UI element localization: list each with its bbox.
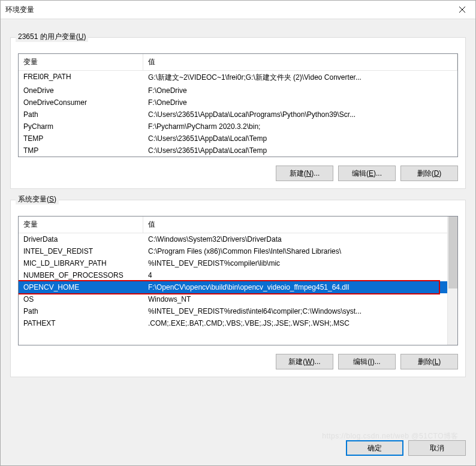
cell-value: %INTEL_DEV_REDIST%redist\intel64\compile… (143, 305, 447, 317)
table-row[interactable]: OPENCV_HOMEF:\OpenCV\opencv\build\bin\op… (19, 281, 447, 293)
cell-variable: TEMP (19, 133, 143, 145)
scroll-thumb[interactable] (448, 217, 457, 288)
cell-variable: OS (19, 293, 143, 305)
col-header-value[interactable]: 值 (143, 54, 457, 70)
cell-variable: OPENCV_HOME (19, 281, 143, 293)
cell-variable: OneDrive (19, 85, 143, 97)
system-new-button[interactable]: 新建(W)... (276, 354, 333, 369)
col-header-variable[interactable]: 变量 (19, 54, 143, 70)
user-vars-buttons: 新建(N)... 编辑(E)... 删除(D) (18, 166, 458, 181)
dialog-buttons: 确定 取消 (1, 433, 475, 465)
cell-value: C:\Program Files (x86)\Common Files\Inte… (143, 245, 447, 257)
cell-value: F:\Pycharm\PyCharm 2020.3.2\bin; (143, 121, 457, 133)
table-row[interactable]: PyCharmF:\Pycharm\PyCharm 2020.3.2\bin; (19, 121, 457, 133)
cell-value: G:\新建文~2\VIDEOC~1\frei0r;G:\新建文件夹 (2)\Vi… (143, 71, 457, 85)
cell-variable: INTEL_DEV_REDIST (19, 245, 143, 257)
system-vars-label: 系统变量(S) (16, 194, 59, 205)
ok-button[interactable]: 确定 (346, 440, 403, 456)
cell-value: F:\OneDrive (143, 85, 457, 97)
table-row[interactable]: INTEL_DEV_REDISTC:\Program Files (x86)\C… (19, 245, 447, 257)
user-vars-label: 23651 的用户变量(U) (16, 32, 88, 42)
cell-variable: NUMBER_OF_PROCESSORS (19, 269, 143, 281)
cell-value: %INTEL_DEV_REDIST%compiler\lib\mic (143, 257, 447, 269)
system-vars-table[interactable]: 变量 值 DriverDataC:\Windows\System32\Drive… (18, 216, 458, 345)
cell-value: C:\Users\23651\AppData\Local\Programs\Py… (143, 109, 457, 121)
user-vars-group: 23651 的用户变量(U) 变量 值 FREI0R_PATHG:\新建文~2\… (10, 37, 466, 189)
table-header: 变量 值 (19, 217, 447, 233)
user-edit-button[interactable]: 编辑(E)... (338, 166, 396, 181)
cell-value: Windows_NT (143, 293, 447, 305)
cell-value: F:\OpenCV\opencv\build\bin\opencv_videoi… (143, 281, 447, 293)
cell-variable: PyCharm (19, 121, 143, 133)
table-header: 变量 值 (19, 54, 457, 71)
cell-variable: Path (19, 109, 143, 121)
col-header-variable[interactable]: 变量 (19, 217, 143, 233)
system-vars-buttons: 新建(W)... 编辑(I)... 删除(L) (18, 354, 458, 369)
cell-value: .COM;.EXE;.BAT;.CMD;.VBS;.VBE;.JS;.JSE;.… (143, 317, 447, 329)
user-vars-table[interactable]: 变量 值 FREI0R_PATHG:\新建文~2\VIDEOC~1\frei0r… (18, 53, 458, 157)
env-vars-dialog: 环境变量 23651 的用户变量(U) 变量 值 FREI0R_PATHG:\新… (0, 0, 476, 466)
cell-value: C:\Users\23651\AppData\Local\Temp (143, 145, 457, 157)
cell-value: C:\Users\23651\AppData\Local\Temp (143, 133, 457, 145)
cell-variable: DriverData (19, 233, 143, 245)
system-delete-button[interactable]: 删除(L) (400, 354, 458, 369)
cell-variable: FREI0R_PATH (19, 71, 143, 85)
table-row[interactable]: OneDriveF:\OneDrive (19, 85, 457, 97)
cell-variable: OneDriveConsumer (19, 97, 143, 109)
table-row[interactable]: NUMBER_OF_PROCESSORS4 (19, 269, 447, 281)
table-row[interactable]: FREI0R_PATHG:\新建文~2\VIDEOC~1\frei0r;G:\新… (19, 71, 457, 85)
close-button[interactable] (448, 1, 475, 19)
close-icon (459, 7, 465, 13)
cell-value: C:\Windows\System32\Drivers\DriverData (143, 233, 447, 245)
cell-value: F:\OneDrive (143, 97, 457, 109)
cancel-button[interactable]: 取消 (408, 440, 466, 456)
table-row[interactable]: OSWindows_NT (19, 293, 447, 305)
table-row[interactable]: OneDriveConsumerF:\OneDrive (19, 97, 457, 109)
user-delete-button[interactable]: 删除(D) (400, 166, 458, 181)
table-row[interactable]: PathC:\Users\23651\AppData\Local\Program… (19, 109, 457, 121)
table-row[interactable]: Path%INTEL_DEV_REDIST%redist\intel64\com… (19, 305, 447, 317)
cell-variable: Path (19, 305, 143, 317)
system-edit-button[interactable]: 编辑(I)... (338, 354, 396, 369)
content-area: 23651 的用户变量(U) 变量 值 FREI0R_PATHG:\新建文~2\… (1, 19, 475, 433)
table-row[interactable]: TMPC:\Users\23651\AppData\Local\Temp (19, 145, 457, 157)
user-new-button[interactable]: 新建(N)... (276, 166, 333, 181)
col-header-value[interactable]: 值 (143, 217, 447, 233)
cell-variable: TMP (19, 145, 143, 157)
table-row[interactable]: TEMPC:\Users\23651\AppData\Local\Temp (19, 133, 457, 145)
cell-value: 4 (143, 269, 447, 281)
system-vars-group: 系统变量(S) 变量 值 DriverDataC:\Windows\System… (10, 200, 466, 377)
cell-variable: MIC_LD_LIBRARY_PATH (19, 257, 143, 269)
table-row[interactable]: DriverDataC:\Windows\System32\Drivers\Dr… (19, 233, 447, 245)
table-row[interactable]: MIC_LD_LIBRARY_PATH%INTEL_DEV_REDIST%com… (19, 257, 447, 269)
window-title: 环境变量 (5, 5, 448, 15)
titlebar: 环境变量 (1, 1, 475, 19)
table-row[interactable]: PATHEXT.COM;.EXE;.BAT;.CMD;.VBS;.VBE;.JS… (19, 317, 447, 329)
cell-variable: PATHEXT (19, 317, 143, 329)
scrollbar-vertical[interactable] (447, 217, 457, 345)
